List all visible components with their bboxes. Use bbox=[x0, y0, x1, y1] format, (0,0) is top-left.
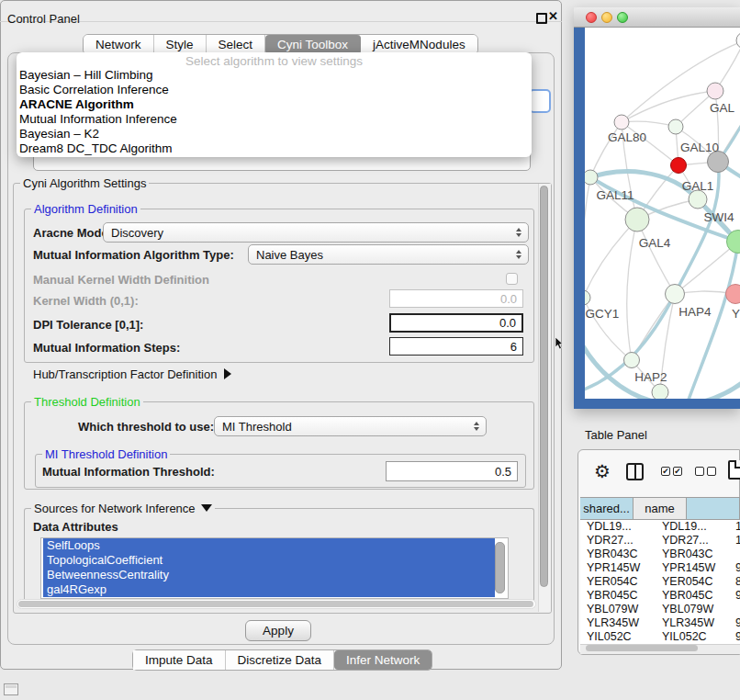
deselect-all-checkboxes-icon[interactable] bbox=[695, 467, 716, 476]
table-hscrollbar-thumb[interactable] bbox=[586, 645, 698, 651]
network-canvas[interactable]: GALGAL80GAL10GAL1GAL11SWI4GAL4GCY1HAP4YH… bbox=[585, 28, 740, 399]
network-node[interactable] bbox=[668, 119, 683, 134]
mi-threshold-group-title: MI Threshold Definition bbox=[42, 447, 170, 461]
combobox-stepper-icon bbox=[516, 250, 521, 259]
attribute-item[interactable]: gal4RGexp bbox=[43, 582, 495, 597]
network-node[interactable] bbox=[585, 170, 598, 185]
dropdown-item[interactable]: Mutual Information Inference bbox=[19, 112, 529, 127]
tab[interactable]: Cyni Toolbox bbox=[265, 35, 361, 54]
column-header[interactable]: shared... bbox=[580, 498, 633, 519]
minimize-traffic-light-icon[interactable] bbox=[601, 12, 612, 23]
which-threshold-label: Which threshold to use: bbox=[78, 420, 214, 434]
collapsed-panel-icon[interactable] bbox=[4, 683, 18, 695]
network-graph[interactable]: GALGAL80GAL10GAL1GAL11SWI4GAL4GCY1HAP4YH… bbox=[585, 28, 740, 399]
algorithm-definition-title: Algorithm Definition bbox=[31, 202, 140, 216]
tab-label: jActiveMNodules bbox=[373, 38, 465, 51]
mi-algorithm-type-label: Mutual Information Algorithm Type: bbox=[33, 248, 234, 262]
settings-vscrollbar-thumb[interactable] bbox=[540, 186, 548, 587]
dropdown-item[interactable]: Bayesian – Hill Climbing bbox=[19, 68, 529, 83]
attribute-item[interactable]: TopologicalCoefficient bbox=[43, 553, 495, 568]
network-node[interactable] bbox=[707, 83, 723, 99]
table-row[interactable]: YIL052C YIL052C 9. bbox=[580, 630, 740, 644]
mi-threshold-label: Mutual Information Threshold: bbox=[42, 465, 215, 479]
network-node[interactable] bbox=[652, 384, 668, 399]
gear-icon[interactable]: ⚙ bbox=[594, 461, 611, 481]
algorithm-dropdown-list: Select algorithm to view settings Bayesi… bbox=[17, 52, 532, 157]
aracne-mode-label: Aracne Mode: bbox=[33, 226, 112, 240]
table-header-row: shared... name bbox=[580, 497, 740, 520]
select-all-checkboxes-icon[interactable]: ✔✔ bbox=[661, 467, 682, 476]
manual-kernel-width-checkbox[interactable] bbox=[506, 273, 518, 285]
sources-group-title[interactable]: Sources for Network Inference bbox=[31, 502, 215, 515]
network-node[interactable] bbox=[689, 190, 707, 209]
network-node[interactable] bbox=[624, 353, 640, 368]
combobox-stepper-icon bbox=[516, 228, 521, 237]
mi-steps-field[interactable]: 6 bbox=[389, 337, 523, 356]
dropdown-item[interactable]: Dream8 DC_TDC Algorithm bbox=[19, 141, 529, 156]
dropdown-placeholder: Select algorithm to view settings bbox=[17, 54, 532, 68]
dropdown-item[interactable]: Basic Correlation Inference bbox=[19, 83, 529, 97]
table-body: YDL19... YDL19... 13 YDR27... YDR27... 1… bbox=[580, 520, 740, 646]
tab[interactable]: Impute Data bbox=[133, 650, 226, 670]
which-threshold-combobox[interactable]: MI Threshold bbox=[214, 416, 487, 436]
node-label: GAL bbox=[710, 101, 735, 115]
node-label: HAP4 bbox=[678, 305, 712, 319]
network-node[interactable] bbox=[585, 290, 590, 305]
column-header[interactable] bbox=[687, 498, 740, 519]
hidden-combobox-fragment bbox=[529, 89, 551, 113]
table-row[interactable]: YLR345W YLR345W 9. bbox=[580, 616, 740, 630]
table-row[interactable]: YER054C YER054C 8. bbox=[580, 575, 740, 589]
close-icon[interactable]: ✕ bbox=[548, 10, 558, 22]
node-table: shared... name YDL19... YDL19... 13 YDR2… bbox=[580, 497, 740, 646]
network-node[interactable] bbox=[614, 115, 629, 130]
table-row[interactable]: YBL079W YBL079W bbox=[580, 603, 740, 616]
tab-label: Style bbox=[166, 38, 194, 51]
apply-button[interactable]: Apply bbox=[245, 620, 311, 641]
aracne-mode-combobox[interactable]: Discovery bbox=[103, 222, 529, 243]
settings-hscrollbar-thumb[interactable] bbox=[18, 601, 533, 607]
columns-icon[interactable] bbox=[626, 463, 644, 480]
combobox-stepper-icon bbox=[474, 422, 479, 431]
data-attributes-list[interactable]: SelfLoops TopologicalCoefficient Between… bbox=[40, 537, 509, 599]
table-row[interactable]: YBR043C YBR043C bbox=[580, 548, 740, 561]
network-window-titlebar[interactable] bbox=[574, 7, 740, 28]
dropdown-item[interactable]: ARACNE Algorithm bbox=[19, 97, 529, 112]
table-row[interactable]: YPR145W YPR145W 9. bbox=[580, 561, 740, 575]
control-panel-titlebar bbox=[0, 0, 562, 22]
hub-definition-toggle[interactable]: Hub/Transcription Factor Definition bbox=[33, 367, 231, 381]
mi-algorithm-type-combobox[interactable]: Naive Bayes bbox=[248, 244, 529, 265]
tab[interactable]: Discretize Data bbox=[226, 650, 335, 670]
network-node[interactable] bbox=[726, 285, 740, 304]
dpi-tolerance-field[interactable]: 0.0 bbox=[389, 313, 523, 333]
network-node[interactable] bbox=[671, 158, 687, 174]
zoom-traffic-light-icon[interactable] bbox=[617, 12, 628, 23]
list-vscrollbar-thumb[interactable] bbox=[495, 542, 505, 593]
table-row[interactable]: YBR045C YBR045C 9. bbox=[580, 589, 740, 603]
network-node[interactable] bbox=[666, 285, 685, 304]
manual-kernel-width-label: Manual Kernel Width Definition bbox=[33, 273, 209, 287]
kernel-width-field[interactable]: 0.0 bbox=[389, 289, 523, 308]
node-label: GCY1 bbox=[586, 307, 620, 321]
node-label: GAL80 bbox=[608, 130, 646, 144]
mi-threshold-field[interactable]: 0.5 bbox=[386, 461, 518, 481]
close-traffic-light-icon[interactable] bbox=[586, 12, 597, 23]
network-node[interactable] bbox=[625, 208, 649, 231]
tab[interactable]: Select bbox=[207, 35, 266, 54]
tab[interactable]: Infer Network bbox=[334, 650, 432, 670]
attribute-item[interactable]: BetweennessCentrality bbox=[43, 568, 495, 582]
network-node[interactable] bbox=[736, 32, 740, 49]
control-panel-title: Control Panel bbox=[7, 12, 80, 26]
attribute-item[interactable]: SelfLoops bbox=[43, 538, 495, 553]
kernel-width-label: Kernel Width (0,1): bbox=[33, 294, 139, 308]
tab[interactable]: Style bbox=[154, 35, 207, 54]
dropdown-item[interactable]: Bayesian – K2 bbox=[19, 127, 529, 141]
new-table-icon[interactable] bbox=[728, 460, 740, 480]
table-row[interactable]: YDL19... YDL19... 13 bbox=[580, 520, 740, 534]
column-header[interactable]: name bbox=[633, 498, 687, 519]
table-row[interactable]: YDR27... YDR27... 12 bbox=[580, 534, 740, 548]
tab[interactable]: Network bbox=[84, 35, 154, 54]
tab[interactable]: jActiveMNodules bbox=[361, 35, 477, 54]
float-window-icon[interactable] bbox=[536, 13, 547, 24]
tab-label: Infer Network bbox=[346, 653, 420, 667]
tab-label: Discretize Data bbox=[238, 653, 322, 667]
